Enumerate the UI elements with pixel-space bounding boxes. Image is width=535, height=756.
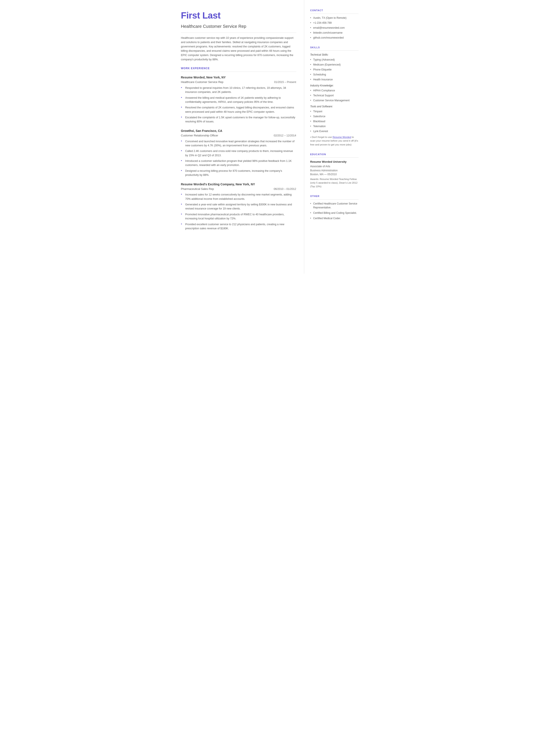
skill-medicare: Medicare (Experienced): [310, 63, 358, 67]
job-company-3: Resume Worded's Exciting Company, New Yo…: [181, 182, 296, 187]
job-dates-1: 01/2015 – Present: [274, 80, 296, 84]
edu-field: Business Administration: [310, 169, 358, 172]
contact-linkedin: linkedin.com/in/username: [310, 31, 358, 35]
contact-list: Austin, TX (Open to Remote) +1-234-456-7…: [310, 16, 358, 40]
skill-hipaa: HIPAA Compliance: [310, 89, 358, 93]
tool-timpani: Timpani: [310, 109, 358, 113]
left-column: First Last Healthcare Customer Service R…: [171, 0, 304, 274]
skill-typing: Typing (Advanced): [310, 58, 358, 62]
skill-scheduling: Scheduling: [310, 72, 358, 76]
education-section: EDUCATION Resume Worded University Assoc…: [310, 153, 358, 188]
job-bullets-2: Conceived and launched innovative lead g…: [181, 139, 296, 177]
bullet-1-3: Resolved the complaints of 2K customers,…: [181, 106, 296, 114]
edu-location-date: Boston, MA — 05/2010: [310, 172, 358, 176]
summary-text: Healthcare customer service rep with 10 …: [181, 36, 296, 62]
skill-technical-support: Technical Support: [310, 94, 358, 98]
bullet-2-2: Called 2.4K customers and cross-sold new…: [181, 149, 296, 157]
contact-phone: +1-234-456-789: [310, 21, 358, 25]
bullet-3-3: Promoted innovative pharmaceutical produ…: [181, 212, 296, 221]
bullet-2-1: Conceived and launched innovative lead g…: [181, 139, 296, 148]
job-bullets-1: Responded to general inquiries from 10 c…: [181, 86, 296, 124]
tools-list: Timpani Salesforce Blackbaud Telemation …: [310, 109, 358, 133]
edu-school: Resume Worded University: [310, 160, 358, 164]
bullet-1-2: Answered the billing and medical questio…: [181, 96, 296, 104]
job-role-3: Pharmaceutical Sales Rep: [181, 187, 214, 191]
skills-section: SKILLS Technical Skills: Typing (Advance…: [310, 46, 358, 147]
tool-lynk-everest: Lynk Everest: [310, 129, 358, 133]
job-dates-2: 02/2012 – 12/2014: [274, 134, 296, 138]
job-company-2: Growthsi, San Francisco, CA: [181, 129, 296, 133]
industry-knowledge-label: Industry Knowledge:: [310, 84, 358, 88]
bullet-3-4: Provided excellent customer service to 2…: [181, 222, 296, 231]
contact-header: CONTACT: [310, 9, 358, 14]
technical-skills-list: Typing (Advanced) Medicare (Experienced)…: [310, 58, 358, 81]
other-section: OTHER Certified Healthcare Customer Serv…: [310, 194, 358, 220]
job-bullets-3: Increased sales for 12 weeks consecutive…: [181, 193, 296, 231]
bullet-3-2: Generated a year-end sale within assigne…: [181, 203, 296, 211]
bullet-1-1: Responded to general inquiries from 10 c…: [181, 86, 296, 95]
skill-phone-etiquette: Phone Etiquette: [310, 68, 358, 71]
education-header: EDUCATION: [310, 153, 358, 158]
tool-salesforce: Salesforce: [310, 114, 358, 118]
job-block-2: Growthsi, San Francisco, CA Customer Rel…: [181, 129, 296, 177]
job-role-2: Customer Relationship Officer: [181, 133, 218, 138]
skills-header: SKILLS: [310, 46, 358, 51]
resume-worded-link[interactable]: Resume Worded: [333, 136, 351, 138]
job-dates-3: 06/2010 – 01/2012: [274, 187, 296, 191]
other-item-2: Certified Billing and Coding Specialist.: [310, 211, 358, 215]
contact-github: github.com/resumeworded: [310, 36, 358, 40]
work-experience-header: WORK EXPERIENCE: [181, 66, 296, 72]
skill-customer-service-mgmt: Customer Service Management: [310, 98, 358, 102]
bullet-1-4: Escalated the complaints of 1.5K upset c…: [181, 116, 296, 124]
contact-email: email@resumeworded.com: [310, 26, 358, 30]
skill-health-insurance: Health Insurance: [310, 78, 358, 81]
bullet-2-4: Designed a recurring billing process for…: [181, 169, 296, 177]
job-block-1: Resume Worded, New York, NY Healthcare C…: [181, 75, 296, 124]
job-role-1: Healthcare Customer Service Rep: [181, 80, 223, 84]
technical-skills-label: Technical Skills:: [310, 53, 358, 57]
edu-degree: Associate of Arts: [310, 164, 358, 169]
other-item-3: Certified Medical Coder.: [310, 216, 358, 220]
other-item-1: Certified Healthcare Customer Service Re…: [310, 202, 358, 210]
job-title-main: Healthcare Customer Service Rep: [181, 23, 296, 33]
contact-location: Austin, TX (Open to Remote): [310, 16, 358, 20]
tool-telemation: Telemation: [310, 124, 358, 128]
industry-knowledge-list: HIPAA Compliance Technical Support Custo…: [310, 89, 358, 102]
other-header: OTHER: [310, 194, 358, 200]
right-column: CONTACT Austin, TX (Open to Remote) +1-2…: [304, 0, 365, 274]
tools-label: Tools and Software:: [310, 104, 358, 108]
tool-blackbaud: Blackbaud: [310, 119, 358, 123]
job-block-3: Resume Worded's Exciting Company, New Yo…: [181, 182, 296, 231]
bullet-2-3: Introduced a customer satisfaction progr…: [181, 159, 296, 167]
contact-section: CONTACT Austin, TX (Open to Remote) +1-2…: [310, 9, 358, 40]
other-list: Certified Healthcare Customer Service Re…: [310, 202, 358, 220]
edu-awards: Awards: Resume Worded Teaching Fellow (o…: [310, 177, 358, 188]
bullet-3-1: Increased sales for 12 weeks consecutive…: [181, 193, 296, 201]
candidate-name: First Last: [181, 9, 296, 22]
skills-note: • Don't forget to use Resume Worded to s…: [310, 135, 358, 147]
job-company-1: Resume Worded, New York, NY: [181, 75, 296, 80]
